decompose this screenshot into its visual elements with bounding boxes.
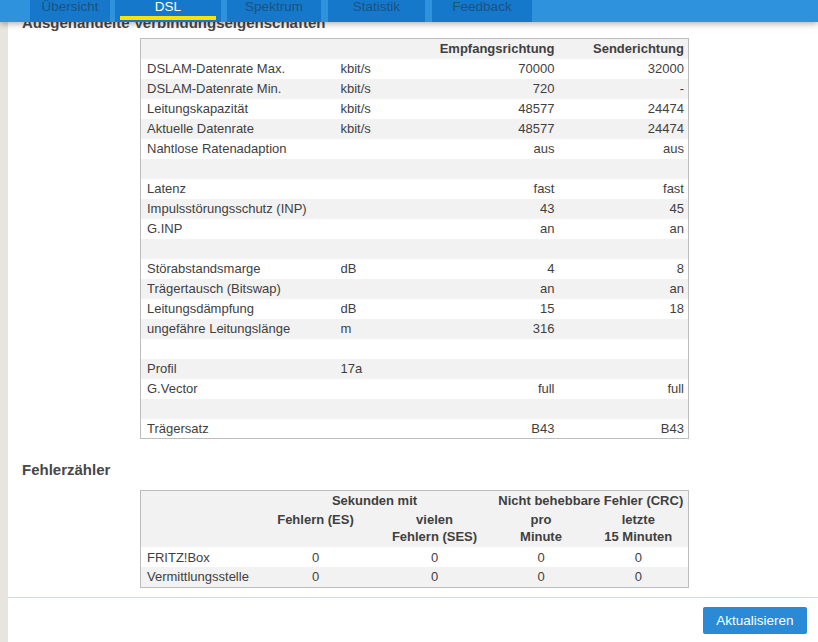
table-row: Störabstandsmarge dB 4 8 (141, 259, 689, 279)
row-unit: kbit/s (341, 119, 431, 139)
row-unit: kbit/s (341, 99, 431, 119)
row-unit: dB (341, 259, 431, 279)
tab-dsl[interactable]: DSL (115, 0, 221, 22)
row-label: Vermittlungsstelle (141, 567, 256, 587)
table-header-row: Empfangsrichtung Senderichtung (141, 39, 689, 59)
tab-label: Spektrum (227, 0, 321, 15)
tab-statistik[interactable]: Statistik (328, 0, 425, 22)
group-header-row: Sekunden mit Nicht behebbare Fehler (CRC… (141, 491, 689, 512)
table-row: Leitungskapazität kbit/s 48577 24474 (141, 99, 689, 119)
row-send-value: full (561, 379, 689, 399)
row-unit (341, 199, 431, 219)
row-label: FRITZ!Box (141, 547, 256, 567)
row-receive-value: an (431, 219, 561, 239)
tab-label: Feedback (432, 0, 532, 15)
row-unit (341, 419, 431, 439)
column-header-crc-per-minute: pro Minute (494, 511, 589, 547)
row-label: Störabstandsmarge (141, 259, 341, 279)
crc-per-minute-value: 0 (494, 567, 589, 587)
row-send-value: 18 (561, 299, 689, 319)
row-receive-value: 48577 (431, 99, 561, 119)
error-counter-heading: Fehlerzähler (22, 461, 110, 478)
refresh-button[interactable]: Aktualisieren (703, 607, 807, 634)
table-row: G.INP an an (141, 219, 689, 239)
tab-label: Übersicht (30, 0, 110, 15)
column-header-send: Senderichtung (561, 39, 689, 59)
column-header-es: Fehlern (ES) (256, 511, 376, 547)
table-row: G.Vector full full (141, 379, 689, 399)
tab-bar: Übersicht DSL Spektrum Statistik Feedbac… (0, 0, 818, 22)
table-row: Trägersatz B43 B43 (141, 419, 689, 439)
row-label: DSLAM-Datenrate Max. (141, 59, 341, 79)
column-header-ses: vielen Fehlern (SES) (376, 511, 494, 547)
row-receive-value: 316 (431, 319, 561, 339)
row-send-value: an (561, 219, 689, 239)
row-receive-value (431, 359, 561, 379)
crc-15-minutes-value: 0 (589, 567, 689, 587)
table-row: Nahtlose Ratenadaption aus aus (141, 139, 689, 159)
tab-feedback[interactable]: Feedback (432, 0, 532, 22)
row-send-value: aus (561, 139, 689, 159)
page-left-margin (0, 0, 8, 642)
row-send-value: 24474 (561, 99, 689, 119)
row-label: ungefähre Leitungslänge (141, 319, 341, 339)
row-label: G.Vector (141, 379, 341, 399)
row-label: DSLAM-Datenrate Min. (141, 79, 341, 99)
row-receive-value: an (431, 279, 561, 299)
table-row: Aktuelle Datenrate kbit/s 48577 24474 (141, 119, 689, 139)
row-send-value: B43 (561, 419, 689, 439)
ses-value: 0 (376, 547, 494, 567)
row-receive-value: B43 (431, 419, 561, 439)
row-unit: m (341, 319, 431, 339)
row-unit (341, 179, 431, 199)
row-receive-value: 48577 (431, 119, 561, 139)
row-unit: dB (341, 299, 431, 319)
connection-properties-table: Empfangsrichtung Senderichtung DSLAM-Dat… (140, 38, 689, 439)
row-send-value: an (561, 279, 689, 299)
row-receive-value: 4 (431, 259, 561, 279)
spacer-row (141, 159, 689, 179)
error-counter-table: Sekunden mit Nicht behebbare Fehler (CRC… (140, 490, 689, 588)
ses-value: 0 (376, 567, 494, 587)
tab-label: DSL (115, 0, 221, 15)
row-receive-value: 15 (431, 299, 561, 319)
table-row: DSLAM-Datenrate Max. kbit/s 70000 32000 (141, 59, 689, 79)
row-label: Aktuelle Datenrate (141, 119, 341, 139)
row-label: Latenz (141, 179, 341, 199)
table-row: Leitungsdämpfung dB 15 18 (141, 299, 689, 319)
row-label: Trägersatz (141, 419, 341, 439)
row-unit (341, 139, 431, 159)
row-receive-value: fast (431, 179, 561, 199)
row-send-value: 8 (561, 259, 689, 279)
group-header-crc: Nicht behebbare Fehler (CRC) (494, 491, 689, 512)
table-row: Trägertausch (Bitswap) an an (141, 279, 689, 299)
row-unit: kbit/s (341, 59, 431, 79)
dsl-info-page: Ausgehandelte Verbindungseigenschaften Ü… (0, 0, 818, 642)
row-receive-value: 70000 (431, 59, 561, 79)
es-value: 0 (256, 567, 376, 587)
row-send-value (561, 319, 689, 339)
column-header-receive: Empfangsrichtung (431, 39, 561, 59)
column-header-crc-15-minutes: letzte 15 Minuten (589, 511, 689, 547)
row-send-value: - (561, 79, 689, 99)
row-unit (341, 279, 431, 299)
tab-spektrum[interactable]: Spektrum (227, 0, 321, 22)
row-label: G.INP (141, 219, 341, 239)
spacer-row (141, 339, 689, 359)
row-receive-value: full (431, 379, 561, 399)
row-send-value (561, 359, 689, 379)
row-unit (341, 219, 431, 239)
es-value: 0 (256, 547, 376, 567)
row-receive-value: 720 (431, 79, 561, 99)
crc-15-minutes-value: 0 (589, 547, 689, 567)
row-send-value: 45 (561, 199, 689, 219)
row-label: Leitungsdämpfung (141, 299, 341, 319)
row-receive-value: aus (431, 139, 561, 159)
tab-uebersicht[interactable]: Übersicht (30, 0, 110, 22)
row-unit (341, 379, 431, 399)
active-tab-underline (120, 16, 216, 20)
table-row: FRITZ!Box 0 0 0 0 (141, 547, 689, 567)
table-row: Latenz fast fast (141, 179, 689, 199)
spacer-row (141, 399, 689, 419)
row-send-value: 32000 (561, 59, 689, 79)
